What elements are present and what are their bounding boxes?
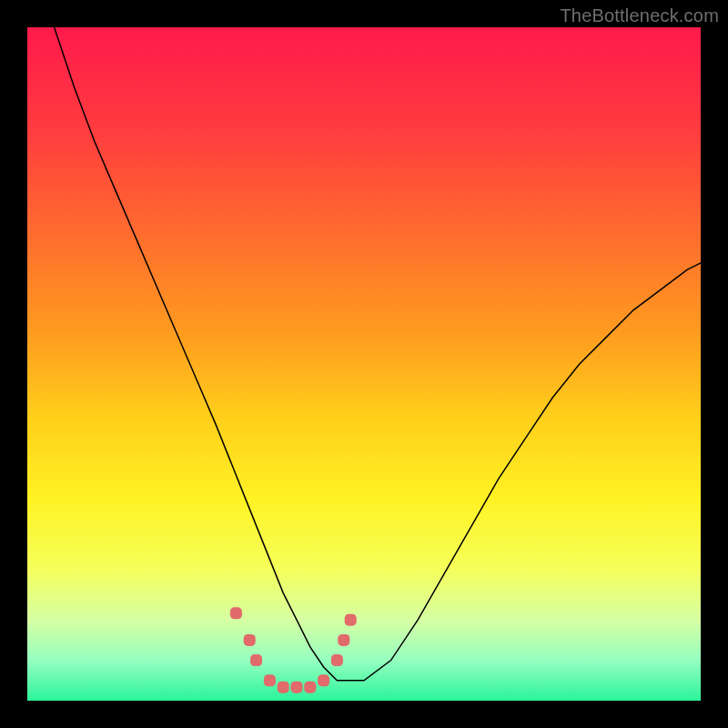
data-marker: [278, 682, 289, 693]
data-marker: [250, 654, 262, 666]
data-marker: [318, 674, 329, 686]
data-marker: [338, 634, 349, 646]
chart-frame: TheBottleneck.com: [0, 0, 728, 728]
watermark-text: TheBottleneck.com: [560, 5, 719, 26]
chart-background: [27, 27, 701, 701]
data-marker: [304, 682, 316, 693]
data-marker: [264, 674, 276, 686]
data-marker: [230, 607, 242, 619]
data-marker: [331, 654, 343, 666]
chart-svg: [27, 27, 701, 701]
data-marker: [291, 682, 303, 693]
data-marker: [345, 614, 357, 626]
plot-area: [27, 27, 701, 701]
data-marker: [244, 634, 256, 646]
